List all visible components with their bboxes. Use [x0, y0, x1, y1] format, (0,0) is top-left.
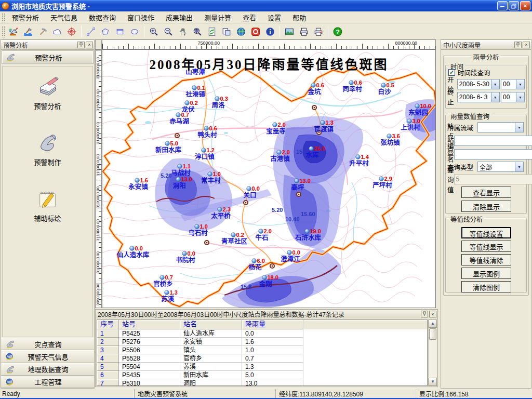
- end-date-combo[interactable]: 2008- 6- 3 ▼: [457, 92, 500, 102]
- chevron-down-icon[interactable]: ▼: [516, 79, 524, 89]
- right-panel-close-button[interactable]: ×: [523, 42, 530, 48]
- stop-button[interactable]: [249, 25, 262, 38]
- query-type-combo[interactable]: 全部 ▼: [477, 162, 524, 172]
- left-panel-close-button[interactable]: ×: [86, 42, 93, 48]
- chevron-down-icon[interactable]: ▼: [516, 92, 524, 102]
- rectangle-tool-button[interactable]: [113, 25, 127, 38]
- refresh-page-button[interactable]: [205, 25, 219, 38]
- station-marker[interactable]: 0.3周洛: [211, 96, 228, 109]
- query-button-1[interactable]: 查看显示: [461, 187, 511, 198]
- station-name-input[interactable]: [454, 149, 532, 159]
- query-value-input[interactable]: [454, 174, 532, 184]
- station-marker[interactable]: 2.0古港镇: [270, 149, 290, 163]
- table-row[interactable]: 1P5425仙人造水库0.0: [97, 329, 427, 338]
- restore-button[interactable]: [509, 1, 519, 10]
- polygon-tool-button[interactable]: [99, 25, 112, 38]
- station-marker[interactable]: 2.0牛石: [255, 228, 271, 242]
- station-marker[interactable]: 0.6鸭头村: [197, 125, 217, 139]
- station-marker[interactable]: 0.2青草社区: [221, 232, 248, 245]
- tool-aux-plot[interactable]: 辅助标绘: [3, 187, 92, 235]
- menu-item-1[interactable]: 预警分析: [6, 11, 45, 24]
- info-button[interactable]: [263, 25, 277, 38]
- column-header-4[interactable]: 降雨量: [242, 320, 303, 329]
- menu-item-5[interactable]: 成果输出: [160, 11, 198, 24]
- table-row[interactable]: 2P5276永安镇1.6: [97, 338, 427, 346]
- line-tool-button[interactable]: [84, 25, 98, 38]
- table-row[interactable]: 6P5435新田水库5.0: [97, 371, 427, 379]
- copy-map-button[interactable]: [220, 25, 233, 38]
- menu-item-2[interactable]: 天气信息: [45, 11, 83, 24]
- right-panel-pin-button[interactable]: [514, 42, 522, 48]
- station-marker[interactable]: 0.1社港镇: [185, 85, 205, 98]
- bottom-panel-close-button[interactable]: ×: [429, 311, 436, 317]
- query-button-2[interactable]: 清除显示: [461, 201, 511, 212]
- toolbar-grip[interactable]: [1, 25, 5, 37]
- map-canvas[interactable]: 5.20155.2015.6010.4015.6 山枣潭0.1社港镇0.2龙伏0…: [102, 49, 436, 308]
- cloud-weather-button[interactable]: [50, 25, 64, 38]
- minimize-button[interactable]: [497, 1, 508, 10]
- menu-item-9[interactable]: 帮助: [287, 11, 312, 24]
- zoom-out-button[interactable]: [162, 25, 175, 38]
- tool-warning-make[interactable]: 预警制作: [3, 131, 92, 179]
- sidebar-item-geo-data-query[interactable]: 地理数据查询: [1, 363, 94, 376]
- menu-item-8[interactable]: 设置: [262, 11, 287, 24]
- menu-item-7[interactable]: 查看: [237, 11, 262, 24]
- sidebar-item-disaster-point-query[interactable]: 灾点查询: [1, 338, 94, 350]
- chevron-down-icon[interactable]: ▼: [515, 162, 523, 171]
- sidebar-item-project-manage[interactable]: 工程管理: [1, 376, 94, 388]
- station-marker[interactable]: 2.0宝盖寺: [266, 122, 286, 135]
- tool-warning-analysis[interactable]: 预警分析: [3, 75, 92, 123]
- globe-button[interactable]: [234, 25, 248, 38]
- station-marker[interactable]: 0.0书院村: [176, 250, 195, 264]
- bottom-panel-pin-button[interactable]: [421, 311, 428, 317]
- station-marker[interactable]: 0.7官桥乡: [153, 274, 173, 288]
- contour-button-1[interactable]: 等值线设置: [461, 227, 511, 238]
- station-marker[interactable]: 1.6永安镇: [128, 177, 148, 191]
- contour-button-2[interactable]: 等值线显示: [461, 241, 511, 252]
- table-row[interactable]: 5P5504苏溪1.3: [97, 363, 427, 371]
- print-button[interactable]: [297, 25, 311, 38]
- ellipse-tool-button[interactable]: [128, 25, 141, 38]
- chevron-down-icon[interactable]: ▼: [515, 123, 523, 132]
- pan-hand-button[interactable]: [176, 25, 190, 38]
- column-header-1[interactable]: 序号: [97, 320, 119, 329]
- satellite-dish-button[interactable]: [7, 25, 20, 38]
- menubar-grip[interactable]: [1, 12, 5, 22]
- station-marker[interactable]: 0.5白沙: [378, 82, 394, 96]
- station-marker[interactable]: 0.6同幸村: [342, 79, 362, 93]
- station-marker[interactable]: 0.0澄潭江: [281, 249, 300, 263]
- zoom-extent-button[interactable]: [191, 25, 204, 38]
- image-output-button[interactable]: [283, 25, 296, 38]
- chevron-down-icon[interactable]: ▼: [491, 92, 499, 102]
- table-row[interactable]: 3P5506镇头1.0: [97, 346, 427, 354]
- station-id-input[interactable]: [454, 136, 532, 146]
- column-header-3[interactable]: 站名: [180, 320, 242, 329]
- close-button[interactable]: ×: [520, 1, 530, 10]
- contour-button-4[interactable]: 显示图例: [461, 268, 511, 279]
- column-header-2[interactable]: 站号: [119, 320, 180, 329]
- help-button[interactable]: [331, 25, 344, 38]
- pick-tool-button[interactable]: [36, 25, 49, 38]
- start-hour-combo[interactable]: 00 ▼: [501, 79, 525, 89]
- contour-button-5[interactable]: 清除图例: [461, 281, 511, 292]
- scroll-up-button[interactable]: ▲: [429, 320, 437, 328]
- chevron-down-icon[interactable]: ▼: [491, 79, 499, 89]
- station-marker[interactable]: 1.3苏溪: [161, 289, 177, 303]
- table-scrollbar[interactable]: ▲ ▼: [428, 320, 437, 386]
- scroll-thumb[interactable]: [429, 328, 436, 340]
- target-locate-button[interactable]: [65, 25, 78, 38]
- station-marker[interactable]: 2.9严坪村: [372, 176, 392, 189]
- menu-item-4[interactable]: 窗口操作: [122, 11, 160, 24]
- menu-item-6[interactable]: 测量计算: [198, 11, 237, 24]
- sidebar-item-warning-weather-info[interactable]: 预警天气信息: [1, 350, 94, 363]
- end-hour-combo[interactable]: 00 ▼: [501, 92, 525, 102]
- station-marker[interactable]: 0.7赤马湖: [169, 112, 189, 125]
- print-preview-button[interactable]: [312, 25, 325, 38]
- start-date-combo[interactable]: 2008- 5-30 ▼: [457, 79, 500, 89]
- station-marker[interactable]: 1.2淳口镇: [195, 147, 215, 161]
- left-panel-header[interactable]: 预警分析: [2, 51, 93, 63]
- station-marker[interactable]: 5.0新田水库: [155, 140, 182, 154]
- table-row[interactable]: 7P5310洞阳13.0: [97, 379, 427, 386]
- contour-button-3[interactable]: 等值线清除: [461, 254, 511, 265]
- station-marker[interactable]: 3.0上洪村: [401, 118, 420, 131]
